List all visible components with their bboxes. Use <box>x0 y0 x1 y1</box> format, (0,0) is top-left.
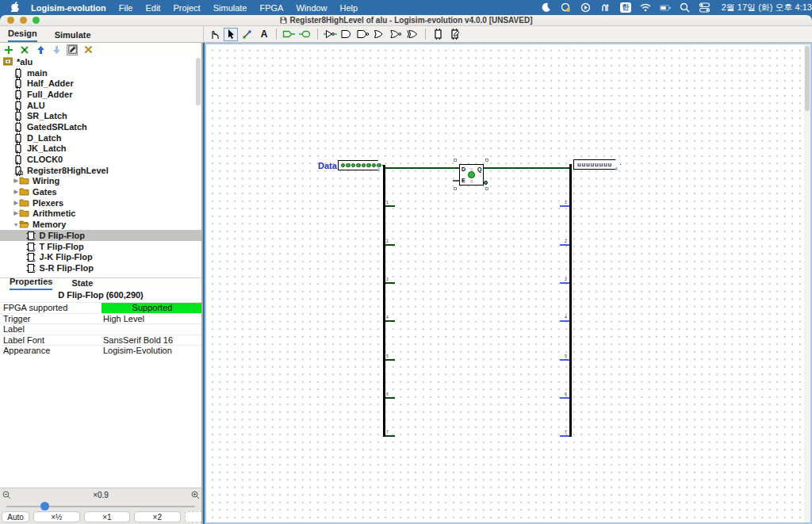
menu-help[interactable]: Help <box>340 3 358 13</box>
attribute-value[interactable]: High Level <box>102 314 201 324</box>
selection-handle[interactable] <box>485 187 488 190</box>
delete-circuit-button[interactable] <box>82 44 94 55</box>
nand-gate[interactable] <box>356 28 370 41</box>
right-splitter-tap[interactable] <box>560 359 569 361</box>
not-gate[interactable] <box>323 28 337 41</box>
menu-file[interactable]: File <box>119 3 133 13</box>
attribute-value[interactable] <box>102 324 201 335</box>
zoom-dropdown-partial[interactable] <box>185 511 201 522</box>
zoom-button-2[interactable]: ×2 <box>134 511 180 522</box>
subcircuit-tool[interactable] <box>431 28 445 41</box>
notification-icon[interactable] <box>561 2 572 13</box>
menu-fpga[interactable]: FPGA <box>259 3 283 13</box>
moon-icon[interactable] <box>541 2 552 13</box>
tree-item-d-flip-flop[interactable]: D Flip-Flop <box>0 230 201 241</box>
zoom-in-icon[interactable] <box>189 491 201 499</box>
selection-handle[interactable] <box>454 159 457 162</box>
zoom-out-icon[interactable] <box>0 491 13 499</box>
input-bit-zero[interactable] <box>346 163 350 167</box>
play-circle-icon[interactable] <box>580 2 592 13</box>
tree-item-d-latch[interactable]: D_Latch <box>0 132 201 143</box>
and-gate[interactable] <box>339 28 354 41</box>
tree-item-j-k-flip-flop[interactable]: J-K Flip-Flop <box>0 251 201 262</box>
zoom-slider-thumb[interactable] <box>40 502 49 511</box>
add-circuit-button[interactable] <box>3 44 14 55</box>
right-splitter-tap[interactable] <box>560 397 569 399</box>
tree-item-sr-latch[interactable]: SR_Latch <box>0 110 201 121</box>
canvas-vertical-scrollbar[interactable] <box>804 44 810 522</box>
or-gate[interactable] <box>373 28 387 41</box>
shortcuts-icon[interactable] <box>600 2 611 13</box>
tree-item-alu[interactable]: ALU <box>0 100 201 111</box>
minimize-button[interactable] <box>20 17 27 24</box>
ff-qbar-port[interactable] <box>484 181 488 185</box>
right-splitter-tap[interactable] <box>560 205 569 207</box>
close-button[interactable] <box>7 17 14 24</box>
tab-design[interactable]: Design <box>8 29 37 42</box>
tree-folder-plexers[interactable]: ▶Plexers <box>0 197 201 208</box>
tree-expand-icon[interactable]: ▶ <box>13 200 19 206</box>
wire-tool[interactable] <box>240 28 255 41</box>
input-bit-zero[interactable] <box>341 163 345 167</box>
input-bit-zero[interactable] <box>366 163 370 167</box>
wire-q-to-out[interactable] <box>484 167 569 169</box>
tree-item-gatedsrlatch[interactable]: GatedSRLatch <box>0 121 201 132</box>
ff-state-indicator[interactable] <box>468 171 475 178</box>
tree-root-project[interactable]: *alu <box>0 56 201 67</box>
zoom-slider-track[interactable] <box>6 506 195 507</box>
circuit-canvas[interactable]: Data 8 D S Q E R uuuuuuuu 8 112233445566… <box>205 43 812 524</box>
poke-tool[interactable] <box>207 28 221 41</box>
tree-expand-icon[interactable]: ▶ <box>13 178 19 184</box>
tree-expand-open-icon[interactable]: ▼ <box>13 222 19 228</box>
tree-folder-wiring[interactable]: ▶Wiring <box>0 176 201 187</box>
input-pin-data[interactable] <box>338 160 383 170</box>
left-splitter-tap[interactable] <box>385 435 395 437</box>
menu-simulate[interactable]: Simulate <box>213 3 247 13</box>
selection-handle[interactable] <box>485 159 488 162</box>
selection-handle[interactable] <box>454 187 457 190</box>
tree-item-jk-latch[interactable]: JK_Latch <box>0 143 201 155</box>
attribute-value[interactable]: Supported <box>102 303 201 313</box>
tab-simulate[interactable]: Simulate <box>55 30 91 42</box>
output-pin[interactable]: uuuuuuuu <box>573 159 621 170</box>
text-tool[interactable]: A <box>257 28 271 41</box>
d-flipflop[interactable]: D S Q E R <box>459 164 484 186</box>
right-splitter-tap[interactable] <box>560 435 569 437</box>
right-splitter-tap[interactable] <box>560 320 569 322</box>
tree-item-register8highlevel[interactable]: Register8HighLevel <box>0 165 201 176</box>
zoom-button[interactable] <box>33 17 40 24</box>
window-titlebar[interactable]: Register8HighLevel of alu - Logisim-evol… <box>0 15 812 26</box>
menu-edit[interactable]: Edit <box>145 3 160 13</box>
tree-expand-icon[interactable]: ▶ <box>13 210 19 216</box>
output-pin-tool[interactable] <box>298 28 312 41</box>
input-pin-bits[interactable] <box>339 163 381 167</box>
control-center-icon[interactable] <box>699 2 710 13</box>
select-tool[interactable] <box>224 28 238 41</box>
input-bit-zero[interactable] <box>356 163 360 167</box>
attribute-value[interactable]: SansSerif Bold 16 <box>102 335 201 346</box>
edit-layout-button[interactable] <box>67 44 78 55</box>
wifi-icon[interactable] <box>640 2 651 13</box>
tree-item-s-r-flip-flop[interactable]: S-R Flip-Flop <box>0 262 201 273</box>
tree-expand-icon[interactable]: ▶ <box>13 189 19 195</box>
tree-item-clock0[interactable]: CLOCK0 <box>0 154 201 165</box>
input-bit-zero[interactable] <box>372 163 376 167</box>
zoom-button-auto[interactable]: Auto <box>2 511 29 522</box>
left-splitter-tap[interactable] <box>385 397 395 399</box>
nor-gate[interactable] <box>389 28 404 41</box>
tree-folder-arithmetic[interactable]: ▶Arithmetic <box>0 208 201 220</box>
left-splitter-tap[interactable] <box>385 320 395 322</box>
left-splitter-tap[interactable] <box>385 244 395 246</box>
tab-properties[interactable]: Properties <box>10 277 52 290</box>
canvas-scrollbar-thumb[interactable] <box>805 46 810 111</box>
tree-scrollbar[interactable] <box>196 58 201 105</box>
battery-icon[interactable] <box>660 2 671 13</box>
input-pin-tool[interactable] <box>282 28 296 41</box>
input-bit-zero[interactable] <box>351 163 355 167</box>
tab-state[interactable]: State <box>71 278 93 290</box>
right-splitter-tap[interactable] <box>560 244 569 246</box>
left-splitter-tap[interactable] <box>385 282 395 284</box>
menubar-clock[interactable]: 2월 17일 (화) 오후 4:13 <box>722 2 812 13</box>
left-splitter-tap[interactable] <box>385 205 395 207</box>
attribute-value[interactable]: Logisim-Evolution <box>102 346 201 356</box>
